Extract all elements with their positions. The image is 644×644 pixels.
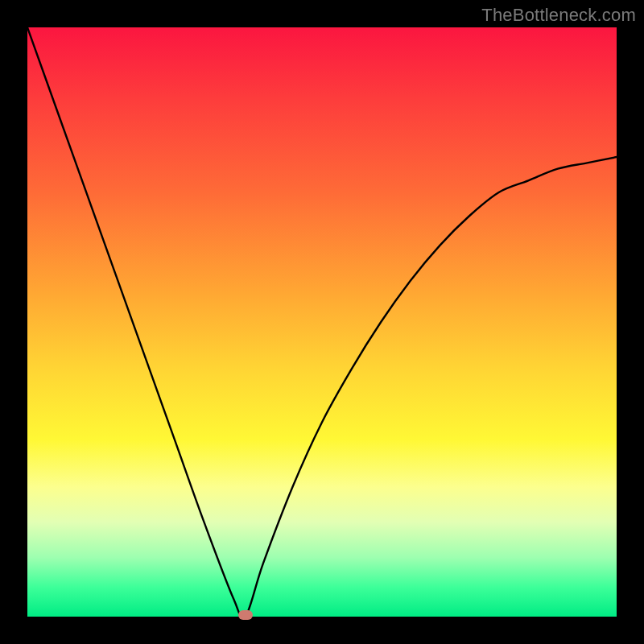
watermark-text: TheBottleneck.com [481, 5, 636, 26]
minimum-marker [238, 610, 253, 620]
plot-area [27, 27, 617, 617]
bottleneck-curve [27, 27, 617, 617]
chart-frame: TheBottleneck.com [0, 0, 644, 644]
